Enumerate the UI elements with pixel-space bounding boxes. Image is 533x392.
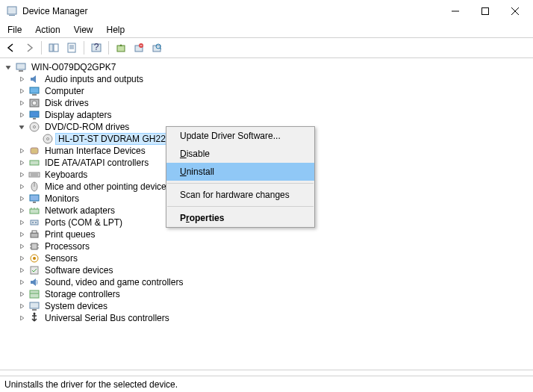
toolbar-separator (84, 41, 84, 55)
tree-node-label: Print queues (43, 229, 97, 240)
device-tree[interactable]: WIN-O079DQ2GPK7Audio inputs and outputsC… (0, 58, 533, 370)
tree-node[interactable]: Software devices (1, 264, 532, 276)
tree-node[interactable]: WIN-O079DQ2GPK7 (1, 61, 532, 73)
audio-icon (28, 73, 40, 85)
uninstall-button[interactable] (131, 40, 147, 56)
twisty-closed-icon[interactable] (16, 289, 27, 299)
tree-node[interactable]: Display adapters (1, 109, 532, 121)
twisty-none (30, 134, 40, 144)
twisty-open-icon[interactable] (3, 62, 13, 72)
tree-node-label: HL-DT-ST DVDRAM GH22NS (56, 134, 180, 144)
tree-node-label: Keyboards (43, 169, 90, 180)
forward-button[interactable] (21, 40, 37, 56)
tree-node-label: Sensors (43, 253, 80, 264)
svg-rect-49 (31, 233, 38, 237)
tree-node-label: DVD/CD-ROM drives (43, 122, 131, 132)
context-menu-update[interactable]: Update Driver Software... (166, 127, 314, 145)
twisty-closed-icon[interactable] (16, 193, 27, 204)
close-button[interactable] (508, 4, 523, 19)
twisty-open-icon[interactable] (16, 122, 27, 132)
mouse-icon (28, 181, 40, 193)
svg-rect-40 (30, 195, 39, 201)
twisty-closed-icon[interactable] (16, 181, 27, 192)
twisty-closed-icon[interactable] (16, 241, 27, 252)
help-button[interactable]: ? (88, 40, 105, 56)
svg-rect-1 (9, 15, 15, 16)
twisty-closed-icon[interactable] (16, 301, 27, 311)
context-menu-properties[interactable]: Properties (166, 209, 314, 227)
svg-point-30 (34, 126, 36, 128)
svg-rect-22 (19, 70, 23, 72)
scan-hardware-button[interactable] (149, 40, 165, 56)
back-button[interactable] (3, 40, 19, 56)
svg-rect-33 (31, 148, 38, 154)
tree-node-label: Network adapters (43, 205, 117, 216)
context-menu-uninstall[interactable]: Uninstall (166, 163, 314, 181)
svg-rect-28 (33, 118, 36, 119)
tree-node-label: Sound, video and game controllers (43, 277, 185, 287)
twisty-closed-icon[interactable] (16, 158, 27, 168)
twisty-closed-icon[interactable] (16, 205, 27, 216)
menu-action[interactable]: Action (29, 23, 66, 37)
context-menu-scan[interactable]: Scan for hardware changes (166, 186, 314, 204)
software-icon (28, 264, 40, 276)
twisty-closed-icon[interactable] (16, 86, 27, 96)
tree-node[interactable]: Universal Serial Bus controllers (1, 312, 532, 324)
tree-node-label: Ports (COM & LPT) (43, 217, 125, 228)
menu-view[interactable]: View (68, 23, 99, 37)
svg-point-26 (32, 101, 37, 105)
dvd-icon (28, 121, 40, 133)
tree-node-label: Processors (43, 241, 92, 252)
ide-icon (28, 157, 40, 169)
svg-rect-51 (31, 243, 37, 249)
hid-icon (28, 145, 40, 157)
maximize-button[interactable] (478, 4, 493, 19)
minimize-button[interactable] (448, 4, 463, 19)
svg-rect-24 (32, 94, 37, 96)
tree-node[interactable]: Processors (1, 240, 532, 252)
menu-file[interactable]: File (1, 23, 28, 37)
sound-icon (28, 276, 40, 288)
svg-point-57 (33, 257, 36, 260)
svg-rect-0 (7, 7, 16, 14)
toolbar-separator (41, 41, 42, 55)
show-hide-tree-button[interactable] (46, 40, 62, 56)
svg-rect-35 (29, 172, 40, 177)
tree-node-label: Software devices (43, 265, 115, 276)
tree-node[interactable]: Sensors (1, 252, 532, 264)
twisty-closed-icon[interactable] (16, 229, 27, 240)
svg-rect-58 (31, 267, 38, 274)
svg-rect-27 (30, 111, 39, 117)
svg-rect-42 (30, 209, 39, 214)
twisty-closed-icon[interactable] (16, 313, 27, 323)
update-driver-button[interactable] (113, 40, 129, 56)
svg-rect-46 (31, 220, 38, 225)
root-icon (15, 61, 27, 73)
twisty-closed-icon[interactable] (16, 217, 27, 228)
tree-node[interactable]: System devices (1, 300, 532, 312)
context-menu: Update Driver Software... Disable Uninst… (166, 126, 315, 228)
twisty-closed-icon[interactable] (16, 169, 27, 180)
tree-node[interactable]: Sound, video and game controllers (1, 276, 532, 288)
svg-rect-34 (30, 161, 39, 165)
tree-node[interactable]: Disk drives (1, 97, 532, 109)
tree-node[interactable]: Computer (1, 85, 532, 97)
properties-button[interactable] (63, 40, 80, 56)
twisty-closed-icon[interactable] (16, 98, 27, 108)
tree-node[interactable]: Storage controllers (1, 288, 532, 300)
context-menu-separator (167, 183, 314, 184)
tree-node[interactable]: Audio inputs and outputs (1, 73, 532, 85)
twisty-closed-icon[interactable] (16, 146, 27, 156)
twisty-closed-icon[interactable] (16, 253, 27, 264)
twisty-closed-icon[interactable] (16, 110, 27, 120)
monitor-icon (28, 193, 40, 205)
twisty-closed-icon[interactable] (16, 74, 27, 84)
context-menu-disable[interactable]: Disable (166, 145, 314, 163)
sensor-icon (28, 252, 40, 264)
twisty-closed-icon[interactable] (16, 265, 27, 276)
tree-node[interactable]: Print queues (1, 228, 532, 240)
toolbar-separator (108, 41, 109, 55)
svg-point-32 (47, 138, 49, 140)
menu-help[interactable]: Help (101, 23, 131, 37)
twisty-closed-icon[interactable] (16, 277, 27, 287)
